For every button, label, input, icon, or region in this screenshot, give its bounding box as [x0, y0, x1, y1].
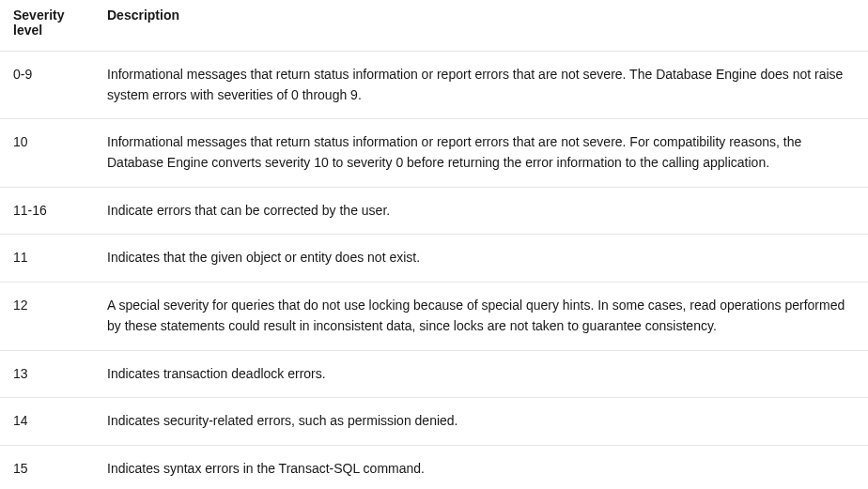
table-row: 12 A special severity for queries that d… [0, 283, 868, 350]
table-row: 15 Indicates syntax errors in the Transa… [0, 445, 868, 489]
cell-severity: 11 [0, 235, 94, 283]
cell-severity: 13 [0, 350, 94, 398]
table-row: 13 Indicates transaction deadlock errors… [0, 350, 868, 398]
cell-description: Indicates security-related errors, such … [94, 398, 868, 446]
table-row: 0-9 Informational messages that return s… [0, 52, 868, 119]
cell-description: A special severity for queries that do n… [94, 283, 868, 350]
cell-severity: 0-9 [0, 52, 94, 119]
table-header-row: Severity level Description [0, 0, 868, 52]
table-row: 11 Indicates that the given object or en… [0, 235, 868, 283]
header-severity: Severity level [0, 0, 94, 52]
cell-severity: 14 [0, 398, 94, 446]
cell-severity: 15 [0, 445, 94, 489]
cell-description: Informational messages that return statu… [94, 119, 868, 187]
severity-table: Severity level Description 0-9 Informati… [0, 0, 868, 489]
table-row: 10 Informational messages that return st… [0, 119, 868, 187]
cell-severity: 11-16 [0, 187, 94, 235]
cell-description: Indicates that the given object or entit… [94, 235, 868, 283]
cell-severity: 12 [0, 283, 94, 350]
cell-severity: 10 [0, 119, 94, 187]
header-description: Description [94, 0, 868, 52]
cell-description: Indicates transaction deadlock errors. [94, 350, 868, 398]
cell-description: Indicate errors that can be corrected by… [94, 187, 868, 235]
cell-description: Indicates syntax errors in the Transact-… [94, 445, 868, 489]
table-row: 14 Indicates security-related errors, su… [0, 398, 868, 446]
cell-description: Informational messages that return statu… [94, 52, 868, 119]
table-row: 11-16 Indicate errors that can be correc… [0, 187, 868, 235]
